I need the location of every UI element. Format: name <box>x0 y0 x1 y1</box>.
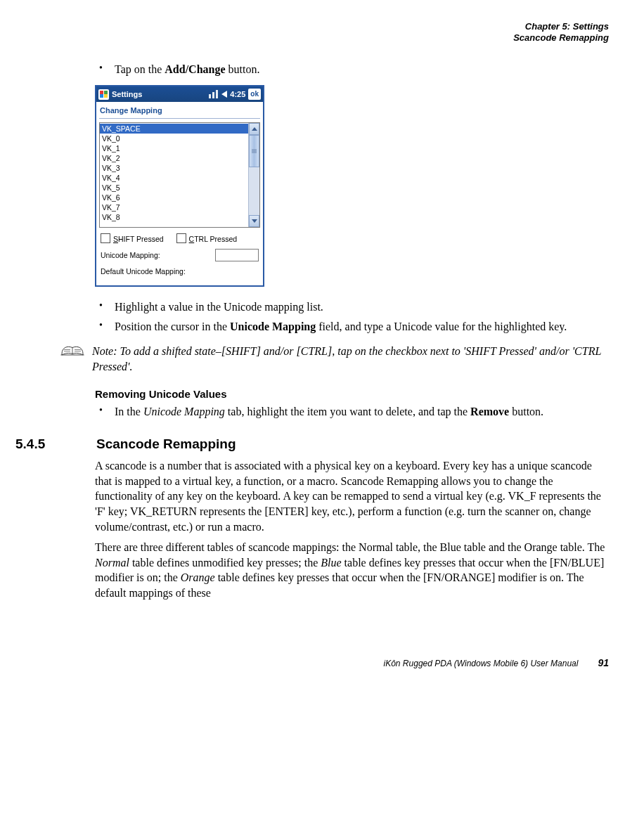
unicode-mapping-label: Unicode Mapping: <box>101 250 212 260</box>
ctrl-pressed-checkbox[interactable]: CTRL Pressed <box>176 233 237 244</box>
list-item[interactable]: VK_7 <box>100 202 248 212</box>
manual-title: iKôn Rugged PDA (Windows Mobile 6) User … <box>384 658 579 669</box>
list-item[interactable] <box>100 222 248 226</box>
checkbox-icon <box>101 233 110 243</box>
titlebar: Settings 4:25 ok <box>96 86 263 102</box>
instruction-list-2: Highlight a value in the Unicode mapping… <box>95 299 609 334</box>
list-item[interactable]: VK_5 <box>100 183 248 193</box>
scroll-down-button[interactable] <box>249 215 259 227</box>
app-title: Settings <box>112 89 206 100</box>
section-title: Scancode Remapping <box>96 435 236 453</box>
page-header: Chapter 5: Settings Scancode Remapping <box>14 21 609 44</box>
paragraph-2: There are three different tables of scan… <box>95 540 609 600</box>
scroll-thumb[interactable] <box>249 135 259 167</box>
list-item[interactable]: VK_6 <box>100 193 248 202</box>
clock-text: 4:25 <box>230 89 245 100</box>
instruction-list-3: In the Unicode Mapping tab, highlight th… <box>95 404 609 420</box>
shift-pressed-checkbox[interactable]: SHIFT Pressed <box>101 233 164 244</box>
default-unicode-label: Default Unicode Mapping: <box>101 266 186 276</box>
page-footer: iKôn Rugged PDA (Windows Mobile 6) User … <box>14 656 609 670</box>
chevron-down-icon <box>252 219 257 223</box>
note-text: Note: To add a shifted state–[SHIFT] and… <box>92 344 609 374</box>
embedded-screenshot: Settings 4:25 ok Change Mapping VK_SPACE… <box>95 85 609 287</box>
paragraph-1: A scancode is a number that is associate… <box>95 458 609 534</box>
section-heading: 5.4.5 Scancode Remapping <box>14 435 609 453</box>
checkbox-icon <box>176 233 186 243</box>
scroll-up-button[interactable] <box>249 123 259 135</box>
vk-listbox[interactable]: VK_SPACE VK_0 VK_1 VK_2 VK_3 VK_4 VK_5 V… <box>99 122 260 228</box>
bullet-add-change: Tap on the Add/Change button. <box>95 62 609 77</box>
list-item[interactable]: VK_1 <box>100 143 248 153</box>
bullet-position-cursor: Position the cursor in the Unicode Mappi… <box>95 319 609 335</box>
start-icon[interactable] <box>98 89 109 100</box>
chevron-up-icon <box>252 127 257 131</box>
subheading-removing: Removing Unicode Values <box>95 387 609 401</box>
list-item[interactable]: VK_8 <box>100 212 248 222</box>
list-item[interactable]: VK_4 <box>100 173 248 183</box>
bullet-highlight: Highlight a value in the Unicode mapping… <box>95 299 609 315</box>
volume-icon[interactable] <box>221 91 227 98</box>
list-item[interactable]: VK_2 <box>100 153 248 163</box>
windows-mobile-window: Settings 4:25 ok Change Mapping VK_SPACE… <box>95 85 264 287</box>
scroll-track[interactable] <box>249 167 259 215</box>
bullet-remove: In the Unicode Mapping tab, highlight th… <box>95 404 609 420</box>
book-icon <box>60 342 85 357</box>
connectivity-icon[interactable] <box>209 90 219 98</box>
instruction-list-1: Tap on the Add/Change button. <box>95 62 609 77</box>
note-block: Note: To add a shifted state–[SHIFT] and… <box>60 344 609 374</box>
ok-button[interactable]: ok <box>248 89 261 100</box>
dialog-title: Change Mapping <box>99 104 260 119</box>
section-number: 5.4.5 <box>14 435 96 453</box>
page-number: 91 <box>598 656 609 670</box>
header-section: Scancode Remapping <box>14 32 609 44</box>
list-item[interactable]: VK_0 <box>100 134 248 143</box>
header-chapter: Chapter 5: Settings <box>14 21 609 32</box>
list-item[interactable]: VK_3 <box>100 163 248 173</box>
scrollbar[interactable] <box>248 123 259 227</box>
list-item[interactable]: VK_SPACE <box>100 124 248 134</box>
unicode-mapping-input[interactable] <box>215 249 259 261</box>
